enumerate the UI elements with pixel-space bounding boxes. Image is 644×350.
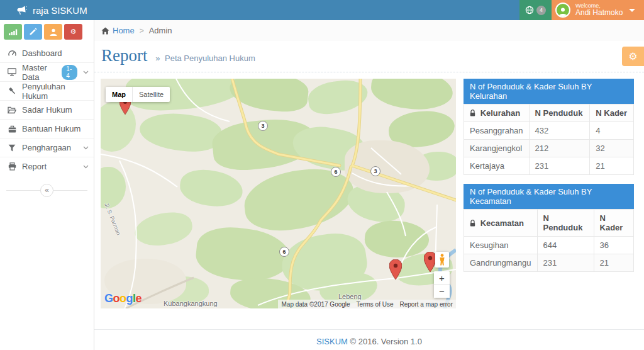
user-name: Andi Hatmoko — [575, 9, 623, 18]
table-row[interactable]: Kertajaya 231 21 — [464, 157, 634, 175]
route-shield: 6 — [331, 167, 341, 177]
brand[interactable]: raja SISKUM — [0, 5, 87, 16]
sidebar-nav: Dashboard Master Data 1-4 Penyuluhan Huk… — [0, 43, 94, 176]
column-header[interactable]: N Penduduk — [537, 210, 594, 237]
chevron-down-icon — [83, 71, 89, 74]
terms-of-use-link[interactable]: Terms of Use — [353, 301, 397, 308]
map-canvas[interactable]: Map Satellite 3 6 3 6 — [101, 79, 456, 308]
app-window: raja SISKUM 4 Welcome, — [0, 0, 644, 350]
sidebar-quick-buttons: ⚙ — [0, 20, 94, 43]
column-header[interactable]: N Penduduk — [529, 104, 590, 122]
sidebar-item-penghargaan[interactable]: Penghargaan — [0, 138, 94, 157]
sidebar-item-label: Dashboard — [22, 48, 62, 58]
sidebar-item-bantuan-hukum[interactable]: Bantuan Hukum — [0, 119, 94, 138]
sidebar-item-report[interactable]: Report — [0, 157, 94, 176]
sidebar: ⚙ Dashboard Master Data 1-4 — [0, 20, 94, 350]
report-map-error-link[interactable]: Report a map error — [397, 301, 456, 308]
dashboard-icon — [8, 49, 16, 57]
breadcrumb: Home > Admin — [94, 20, 644, 41]
column-header[interactable]: N Kader — [594, 210, 633, 237]
summary-panels: N of Penduduk & Kader Suluh BY Kelurahan… — [464, 79, 634, 308]
top-navbar: raja SISKUM 4 Welcome, — [0, 0, 644, 20]
sidebar-collapse-button[interactable]: « — [40, 184, 53, 197]
panel-title: N of Penduduk & Kader Suluh BY Kelurahan — [464, 79, 634, 104]
briefcase-icon — [8, 125, 16, 133]
gear-icon: ⚙ — [628, 50, 637, 62]
page-subtitle-separator: » — [155, 54, 160, 63]
footer: SISKUM © 2016. Version 1.0 — [94, 329, 644, 350]
map-type-control: Map Satellite — [106, 87, 170, 102]
chart-bars-icon — [9, 28, 18, 35]
table-row[interactable]: Karangjengkol 212 32 — [464, 140, 634, 157]
sidebar-item-master-data[interactable]: Master Data 1-4 — [0, 62, 94, 81]
user-button[interactable] — [44, 24, 62, 40]
map-attribution: Map data ©2017 Google Terms of Use Repor… — [278, 300, 456, 308]
panel-title: N of Penduduk & Kader Suluh BY Kecamatan — [464, 184, 634, 209]
pegman-button[interactable] — [435, 252, 449, 268]
page-title: Report — [101, 46, 148, 65]
sidebar-item-label: Sadar Hukum — [22, 105, 72, 115]
route-shield: 6 — [279, 247, 289, 257]
desktop-icon — [8, 68, 16, 76]
master-data-badge: 1-4 — [62, 65, 77, 80]
table-row[interactable]: Gandrungmangu 231 21 — [464, 254, 634, 272]
column-header[interactable]: Kecamatan — [464, 210, 538, 237]
user-menu[interactable]: Welcome, Andi Hatmoko — [552, 0, 644, 20]
filter-icon — [8, 144, 16, 152]
page-header: Report » Peta Penyuluhan Hukum ⚙ — [94, 41, 644, 72]
theme-settings-button[interactable]: ⚙ — [622, 47, 644, 66]
avatar — [555, 3, 570, 18]
route-shield: 3 — [370, 166, 380, 176]
map-marker[interactable] — [424, 252, 436, 272]
lock-icon — [470, 220, 475, 227]
column-header[interactable]: N Kader — [590, 104, 634, 122]
map-place-label: Kubangkangkung — [164, 300, 218, 307]
welcome-text: Welcome, Andi Hatmoko — [575, 3, 623, 18]
sidebar-collapse-row: « — [0, 179, 94, 201]
footer-brand-link[interactable]: SISKUM — [316, 337, 348, 346]
google-logo[interactable]: Google — [104, 292, 142, 305]
sidebar-item-penyuluhan-hukum[interactable]: Penyuluhan Hukum — [0, 81, 94, 100]
printer-icon — [8, 162, 16, 171]
sidebar-item-dashboard[interactable]: Dashboard — [0, 43, 94, 62]
map-data-text: Map data ©2017 Google — [278, 301, 353, 308]
user-icon — [50, 28, 57, 36]
breadcrumb-current: Admin — [149, 26, 172, 35]
bullhorn-icon — [16, 6, 27, 15]
column-header[interactable]: Kelurahan — [464, 104, 530, 122]
settings-gears-button[interactable]: ⚙ — [64, 24, 82, 40]
map-roads — [101, 79, 456, 308]
sidebar-item-label: Penyuluhan Hukum — [22, 82, 89, 101]
table-row[interactable]: Pesanggrahan 432 4 — [464, 122, 634, 140]
notification-count-badge[interactable]: 4 — [536, 6, 546, 15]
kecamatan-panel: N of Penduduk & Kader Suluh BY Kecamatan… — [464, 184, 634, 272]
edit-button[interactable] — [24, 24, 42, 40]
sidebar-item-label: Master Data — [22, 63, 55, 82]
notifications-area[interactable]: 4 — [519, 0, 552, 20]
zoom-out-button[interactable]: − — [434, 285, 450, 298]
sidebar-item-label: Report — [22, 162, 47, 171]
lock-icon — [470, 110, 475, 116]
chevron-down-icon — [83, 146, 89, 150]
map-zoom-control: + − — [434, 271, 450, 298]
pegman-icon — [439, 254, 445, 266]
table-row[interactable]: Kesugihan 644 36 — [464, 237, 634, 254]
route-shield: 3 — [258, 121, 268, 131]
content-area: Map Satellite 3 6 3 6 — [94, 72, 644, 308]
sidebar-item-sadar-hukum[interactable]: Sadar Hukum — [0, 100, 94, 119]
map-type-map-button[interactable]: Map — [106, 87, 133, 102]
breadcrumb-separator: > — [140, 26, 144, 35]
breadcrumb-home-link[interactable]: Home — [113, 26, 135, 35]
chart-button[interactable] — [4, 24, 22, 40]
map-marker[interactable] — [389, 259, 402, 279]
zoom-in-button[interactable]: + — [434, 271, 450, 285]
sidebar-item-label: Bantuan Hukum — [22, 124, 80, 133]
navbar-right: 4 Welcome, Andi Hatmoko — [519, 0, 644, 20]
map-type-satellite-button[interactable]: Satellite — [133, 87, 170, 102]
sidebar-item-label: Penghargaan — [22, 143, 71, 152]
folder-open-icon — [8, 106, 16, 114]
kelurahan-panel: N of Penduduk & Kader Suluh BY Kelurahan… — [464, 79, 634, 175]
globe-icon — [525, 6, 534, 14]
pencil-icon — [29, 28, 37, 36]
footer-text: © 2016. Version 1.0 — [350, 337, 422, 346]
